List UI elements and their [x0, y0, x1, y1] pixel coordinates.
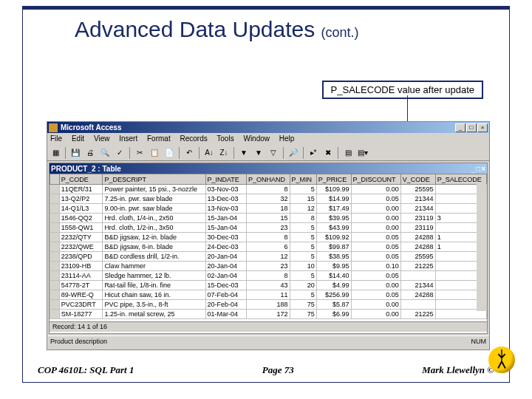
column-header[interactable]: P_DESCRIPT — [103, 174, 205, 185]
cell[interactable]: B&D cordless drill, 1/2-in. — [103, 252, 205, 262]
cell[interactable]: 0.00 — [351, 310, 400, 319]
cell[interactable]: 75 — [290, 300, 316, 310]
cell[interactable]: 8 — [290, 214, 316, 223]
cell[interactable]: B&D jigsaw, 8-in. blade — [103, 242, 205, 252]
cell[interactable]: 5 — [290, 290, 316, 300]
cell[interactable]: 7.25-in. pwr. saw blade — [103, 194, 205, 204]
menu-window[interactable]: Window — [243, 134, 270, 143]
minimize-button[interactable]: _ — [455, 123, 466, 132]
print-icon[interactable]: 🖨 — [83, 146, 97, 160]
table-row[interactable]: 2238/QPDB&D cordless drill, 1/2-in.20-Ja… — [50, 252, 487, 262]
cell[interactable]: 2232/QTY — [59, 233, 103, 242]
column-header[interactable]: V_CODE — [400, 174, 435, 185]
table-row[interactable]: 11QER/31Power painter, 15 psi., 3-nozzle… — [50, 185, 487, 194]
cell[interactable]: Claw hammer — [103, 262, 205, 271]
apply-filter-icon[interactable]: ▽ — [267, 146, 280, 160]
cell[interactable]: 54778-2T — [59, 281, 103, 290]
cell[interactable]: Power painter, 15 psi., 3-nozzle — [103, 185, 205, 194]
cell[interactable]: 13-Dec-03 — [205, 194, 246, 204]
menu-insert[interactable]: Insert — [119, 134, 137, 143]
filter-form-icon[interactable]: ▼ — [252, 146, 265, 160]
cell[interactable]: 5 — [290, 223, 316, 233]
copy-icon[interactable]: 📋 — [148, 146, 161, 160]
cell[interactable]: 24288 — [400, 233, 435, 242]
cell[interactable]: 5 — [290, 185, 316, 194]
cell[interactable]: $14.99 — [316, 194, 351, 204]
sort-desc-icon[interactable]: Z↓ — [217, 146, 231, 160]
row-selector[interactable] — [50, 262, 60, 271]
cell[interactable]: 5 — [290, 271, 316, 281]
cut-icon[interactable]: ✂ — [133, 146, 146, 160]
column-header[interactable]: P_ONHAND — [246, 174, 290, 185]
menu-tools[interactable]: Tools — [216, 134, 233, 143]
close-button[interactable]: × — [477, 123, 488, 132]
cell[interactable]: 0.05 — [351, 242, 400, 252]
maximize-button[interactable]: □ — [466, 123, 477, 132]
cell[interactable]: 0.05 — [351, 194, 400, 204]
spell-icon[interactable]: ✓ — [113, 146, 126, 160]
cell[interactable]: 1.25-in. metal screw, 25 — [103, 310, 205, 319]
cell[interactable]: 0.00 — [351, 223, 400, 233]
cell[interactable]: 9.00-in. pwr. saw blade — [103, 204, 205, 214]
cell[interactable]: $109.92 — [316, 233, 351, 242]
cell[interactable]: 89-WRE-Q — [59, 290, 103, 300]
cell[interactable]: 21225 — [400, 310, 435, 319]
cell[interactable]: 15-Jan-04 — [205, 223, 246, 233]
column-header[interactable]: P_PRICE — [316, 174, 351, 185]
menu-help[interactable]: Help — [279, 134, 295, 143]
table-row[interactable]: 2232/QWEB&D jigsaw, 8-in. blade24-Dec-03… — [50, 242, 487, 252]
cell[interactable]: $14.40 — [316, 271, 351, 281]
cell[interactable]: 23119 — [400, 223, 435, 233]
cell[interactable]: 20-Jan-04 — [205, 252, 246, 262]
cell[interactable]: 01-Mar-04 — [205, 310, 246, 319]
cell[interactable]: $9.95 — [316, 262, 351, 271]
cell[interactable]: 23 — [246, 262, 290, 271]
cell[interactable]: 24288 — [400, 242, 435, 252]
cell[interactable]: 23109-HB — [59, 262, 103, 271]
cell[interactable]: $39.95 — [316, 214, 351, 223]
cell[interactable]: 0.05 — [351, 271, 400, 281]
cell[interactable]: 25595 — [400, 252, 435, 262]
cell[interactable]: $99.87 — [316, 242, 351, 252]
cell[interactable]: $6.99 — [316, 310, 351, 319]
cell[interactable]: 14-Q1/L3 — [59, 204, 103, 214]
cell[interactable]: 0.00 — [351, 281, 400, 290]
column-header[interactable]: P_INDATE — [205, 174, 246, 185]
view-icon[interactable]: ▦ — [49, 146, 62, 160]
row-selector[interactable] — [50, 281, 60, 290]
table-row[interactable]: 23109-HBClaw hammer20-Jan-042310$9.950.1… — [50, 262, 487, 271]
cell[interactable]: $43.99 — [316, 223, 351, 233]
cell[interactable]: 15-Dec-03 — [205, 281, 246, 290]
cell[interactable]: 15 — [290, 194, 316, 204]
row-selector[interactable] — [50, 290, 60, 300]
row-selector[interactable] — [50, 300, 60, 310]
filter-sel-icon[interactable]: ▼ — [237, 146, 250, 160]
row-selector[interactable] — [50, 271, 60, 281]
menu-file[interactable]: File — [50, 134, 62, 143]
cell[interactable]: SM-18277 — [59, 310, 103, 319]
cell[interactable]: 12 — [290, 204, 316, 214]
sort-asc-icon[interactable]: A↓ — [202, 146, 216, 160]
cell[interactable]: 188 — [246, 300, 290, 310]
cell[interactable]: 0.00 — [351, 185, 400, 194]
table-row[interactable]: PVC23DRTPVC pipe, 3.5-in., 8-ft20-Feb-04… — [50, 300, 487, 310]
row-selector[interactable] — [50, 204, 60, 214]
scrollbar-v[interactable] — [477, 184, 487, 311]
cell[interactable]: 13-Nov-03 — [205, 204, 246, 214]
menu-edit[interactable]: Edit — [72, 134, 84, 143]
cell[interactable]: 18 — [246, 204, 290, 214]
column-header[interactable]: P_CODE — [59, 174, 103, 185]
preview-icon[interactable]: 🔍 — [98, 146, 112, 160]
cell[interactable]: 20 — [290, 281, 316, 290]
cell[interactable]: 5 — [290, 242, 316, 252]
menu-records[interactable]: Records — [180, 134, 207, 143]
cell[interactable]: 0.05 — [351, 290, 400, 300]
cell[interactable]: 2232/QWE — [59, 242, 103, 252]
row-selector[interactable] — [50, 194, 60, 204]
row-selector[interactable] — [50, 214, 60, 223]
record-navigator[interactable]: Record: 14 1 of 16 — [50, 321, 487, 332]
cell[interactable]: Hrd. cloth, 1/2-in., 3x50 — [103, 223, 205, 233]
cell[interactable]: 43 — [246, 281, 290, 290]
menu-view[interactable]: View — [94, 134, 110, 143]
cell[interactable]: $109.99 — [316, 185, 351, 194]
